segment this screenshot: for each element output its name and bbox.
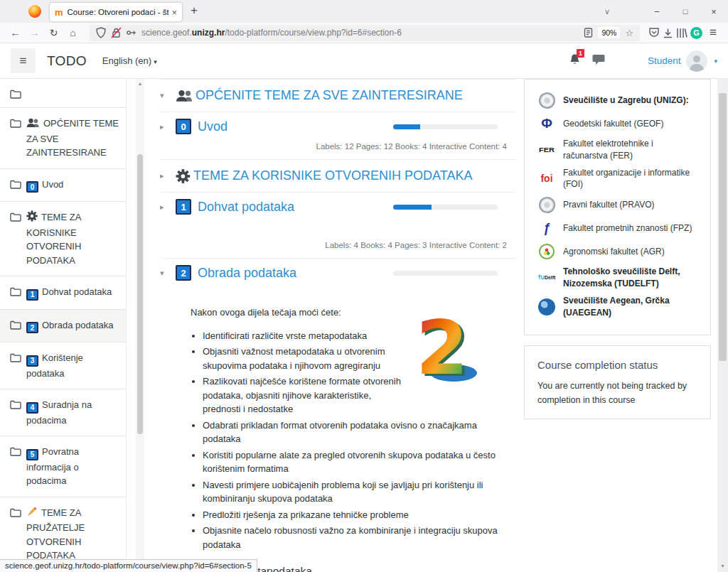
- browser-tab[interactable]: m Course: Otvoreni podaci - što s ×: [50, 3, 182, 21]
- scroll-down-icon[interactable]: ▾: [717, 563, 728, 570]
- zoom-level-badge[interactable]: 90%: [598, 27, 620, 38]
- bookmark-star-icon[interactable]: ☆: [625, 28, 633, 38]
- sidebar-item[interactable]: 5Povratna informacija o podacima: [0, 436, 126, 497]
- messages-button[interactable]: [592, 54, 605, 68]
- page-scrollbar-thumb[interactable]: [719, 93, 727, 361]
- sidebar-item-label: 4Suradnja na podacima: [26, 398, 120, 427]
- sidebar-item-label: 2Obrada podataka: [26, 318, 120, 334]
- permissions-icon[interactable]: [127, 29, 136, 36]
- sidebar-item[interactable]: 2Obrada podataka: [0, 310, 126, 343]
- right-column: Sveučilište u Zagrebu (UNIZG):ΦGeodetski…: [524, 79, 711, 429]
- sidebar-item[interactable]: 4Suradnja na podacima: [0, 389, 126, 436]
- forward-button[interactable]: →: [26, 27, 43, 38]
- collapse-caret-icon[interactable]: ▸: [160, 122, 169, 131]
- folder-icon: [10, 117, 21, 128]
- sidebar-item-label: TEME ZA KORISNIKE OTVORENIH PODATAKA: [26, 210, 120, 267]
- tab-close-icon[interactable]: ×: [171, 7, 177, 18]
- drawer-scrollbar-thumb[interactable]: [137, 154, 143, 434]
- folder-icon: [10, 351, 21, 362]
- page-scrollbar[interactable]: ▴ ▾: [717, 43, 728, 572]
- pravo-seal-logo: [537, 195, 556, 214]
- side-drawer-toggle-button[interactable]: ≡: [11, 48, 36, 73]
- section-number-badge: 1: [176, 199, 191, 215]
- partner-item: foiFakultet organizacije i informatike (…: [537, 167, 697, 191]
- user-menu-caret-icon[interactable]: ▾: [714, 58, 717, 65]
- user-menu-name[interactable]: Student: [648, 55, 681, 66]
- svg-text:2: 2: [416, 307, 469, 382]
- partner-item: Pravni fakultet (PRAVO): [537, 195, 697, 214]
- section-number-badge: 3: [26, 355, 38, 367]
- scroll-up-icon[interactable]: ▴: [136, 80, 144, 87]
- close-button[interactable]: ×: [700, 6, 728, 17]
- people-icon: [26, 118, 40, 132]
- back-button[interactable]: ←: [7, 27, 23, 38]
- completion-title: Course completion status: [537, 359, 697, 371]
- partner-label: Tehnološko sveučilište Delft, Nizozemska…: [563, 266, 697, 290]
- url-bar[interactable]: science.geof.unizg.hr/todo-platform/cour…: [90, 25, 640, 41]
- progress-bar: [393, 271, 498, 276]
- topic-title-link[interactable]: Uvod: [198, 119, 228, 134]
- partner-label: Fakultet elektrotehnike i računarstva (F…: [563, 138, 697, 162]
- objective-item: Odabrati prikladan format otvorenih poda…: [203, 419, 503, 446]
- grammarly-extension-icon[interactable]: G: [690, 27, 702, 39]
- partner-label: Agronomski fakultet (AGR): [563, 246, 665, 258]
- downloads-icon[interactable]: [663, 28, 673, 38]
- topic-title-link[interactable]: Obrada podataka: [198, 266, 296, 281]
- topic-title-link[interactable]: Dohvat podataka: [198, 200, 294, 215]
- uaegean-logo: [537, 298, 556, 316]
- unizg-seal-logo: [537, 91, 556, 109]
- section-number-badge: 2: [26, 322, 38, 333]
- folder-icon: [10, 87, 21, 99]
- partner-item: Sveučilište u Zagrebu (UNIZG):: [537, 91, 697, 109]
- chevron-down-icon: ▾: [154, 58, 157, 65]
- reload-button[interactable]: ↻: [46, 27, 62, 38]
- course-section: ▾OPĆENITE TEME ZA SVE ZAINTERESIRANE: [160, 79, 515, 112]
- objective-item: Koristiti popularne alate za pregled otv…: [203, 448, 503, 476]
- minimize-button[interactable]: −: [643, 6, 671, 17]
- objective-item: Navesti primjere uobičajenih problema ko…: [203, 478, 503, 506]
- sidebar-item-label: TEME ZA PRUŽATELJE OTVORENIH PODATAKA: [26, 506, 120, 563]
- section-number-badge: 2: [176, 265, 191, 281]
- activity-counts: Labels: 4 Books: 4 Pages: 3 Interactive …: [160, 221, 515, 258]
- sidebar-item[interactable]: 0Uvod: [0, 169, 126, 203]
- people-icon: [176, 91, 189, 101]
- tracking-shield-icon[interactable]: [96, 27, 106, 38]
- partner-label: Fakultet prometnih znanosti (FPZ): [563, 222, 692, 234]
- list-tabs-icon[interactable]: ∨: [593, 7, 621, 16]
- sidebar-item[interactable]: OPĆENITE TEME ZA SVE ZAINTERESIRANE: [0, 108, 126, 169]
- category-title-link[interactable]: OPĆENITE TEME ZA SVE ZAINTERESIRANE: [196, 88, 463, 103]
- home-button[interactable]: ⌂: [65, 27, 81, 38]
- library-icon[interactable]: [676, 28, 687, 38]
- collapse-caret-icon[interactable]: ▾: [160, 269, 169, 278]
- reader-mode-icon[interactable]: [584, 28, 593, 38]
- notifications-button[interactable]: 1: [569, 53, 581, 69]
- course-completion-block: Course completion status You are current…: [524, 345, 711, 419]
- pocket-icon[interactable]: [648, 27, 660, 38]
- folder-icon: [10, 285, 21, 296]
- sidebar-item[interactable]: TEME ZA KORISNIKE OTVORENIH PODATAKA: [0, 202, 126, 276]
- partner-item: ƒFakultet prometnih znanosti (FPZ): [537, 219, 697, 237]
- category-title-link[interactable]: TEME ZA KORISNIKE OTVORENIH PODATAKA: [193, 168, 472, 183]
- gear-icon: [176, 171, 187, 182]
- collapse-caret-icon[interactable]: ▸: [160, 171, 169, 180]
- drawer-scrollbar[interactable]: ▴ ▾: [136, 79, 144, 572]
- insecure-lock-icon[interactable]: [111, 27, 122, 38]
- app-menu-icon[interactable]: ≡: [710, 26, 717, 40]
- language-menu[interactable]: English (en)▾: [102, 55, 157, 66]
- foi-logo: foi: [537, 169, 556, 188]
- course-section: ▾2Obrada podataka22Nakon ovoga dijela te…: [160, 258, 515, 572]
- collapse-caret-icon[interactable]: ▾: [160, 91, 169, 100]
- agr-logo: [537, 242, 556, 261]
- sidebar-item[interactable]: 1Dohvat podataka: [0, 276, 126, 310]
- sidebar-item[interactable]: [0, 79, 126, 108]
- gear-icon: [26, 210, 38, 226]
- avatar[interactable]: [686, 50, 707, 72]
- url-text[interactable]: science.geof.unizg.hr/todo-platform/cour…: [141, 28, 579, 38]
- maximize-button[interactable]: □: [671, 7, 700, 16]
- site-brand[interactable]: TODO: [47, 53, 87, 69]
- sidebar-item[interactable]: 3Korištenje podataka: [0, 342, 126, 389]
- partner-label: Sveučilište Aegean, Grčka (UAEGEAN): [563, 295, 697, 319]
- collapse-caret-icon[interactable]: ▸: [160, 203, 169, 212]
- folder-icon: [10, 445, 21, 456]
- new-tab-button[interactable]: +: [191, 4, 198, 18]
